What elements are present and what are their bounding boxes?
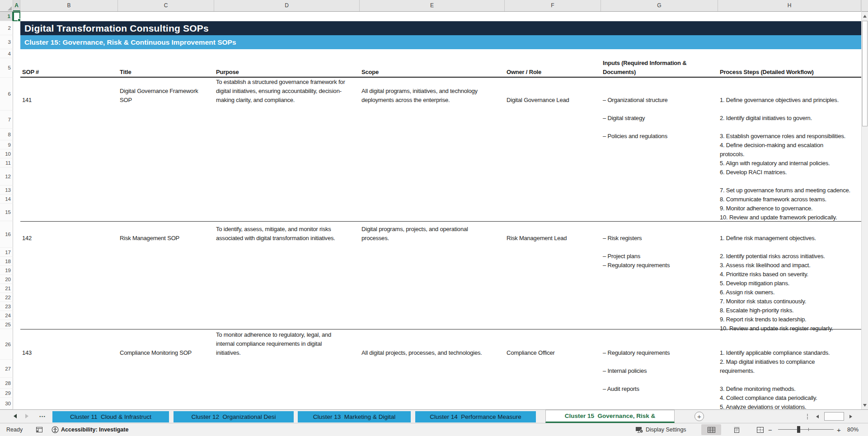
row-header-29[interactable]: 29: [0, 389, 13, 398]
row-header-19[interactable]: 19: [0, 266, 13, 275]
cell-sop[interactable]: 143: [20, 348, 76, 357]
macro-record-button[interactable]: [36, 423, 42, 436]
accessibility-status[interactable]: Accessibility: Investigate: [52, 423, 128, 436]
row-header-27[interactable]: 27: [0, 360, 13, 378]
row-header-3[interactable]: 3: [0, 35, 13, 49]
cell-inputs[interactable]: – Regulatory requirements – Internal pol…: [601, 348, 719, 394]
subtitle-banner-cell[interactable]: Cluster 15: Governance, Risk & Continuou…: [20, 35, 861, 49]
row-header-5[interactable]: 5: [0, 58, 13, 78]
zoom-in-button[interactable]: +: [837, 423, 841, 436]
hscroll-right-button[interactable]: [846, 412, 856, 421]
cell-sop[interactable]: 141: [20, 96, 76, 105]
row-header-17[interactable]: 17: [0, 248, 13, 257]
view-page-break-button[interactable]: [750, 424, 770, 435]
cell-owner[interactable]: Risk Management Lead: [505, 234, 602, 243]
vertical-scrollbar[interactable]: [861, 0, 868, 409]
header-cell-purpose[interactable]: Purpose: [214, 68, 352, 77]
row-header-9[interactable]: 9: [0, 140, 13, 149]
tab-resize-dots-icon[interactable]: [807, 414, 808, 419]
cell-purpose[interactable]: To identify, assess, mitigate, and monit…: [214, 225, 361, 243]
sheet-tab-cluster-15[interactable]: Cluster 15 Governance, Risk &: [545, 410, 675, 423]
hscroll-left-button[interactable]: [812, 412, 822, 421]
select-all-button[interactable]: [0, 0, 13, 11]
row-header-8[interactable]: 8: [0, 129, 13, 140]
header-cell-owner[interactable]: Owner / Role: [505, 68, 597, 77]
add-sheet-button[interactable]: +: [694, 412, 704, 421]
row-header-22[interactable]: 22: [0, 293, 13, 302]
cell-title[interactable]: Digital Governance Framework SOP: [118, 87, 216, 105]
row-header-24[interactable]: 24: [0, 311, 13, 320]
column-header-C[interactable]: C: [118, 0, 214, 11]
row-header-15[interactable]: 15: [0, 204, 13, 221]
column-header-H[interactable]: H: [718, 0, 861, 11]
tab-nav-left-button[interactable]: [14, 414, 17, 418]
tab-nav-right-button[interactable]: [25, 414, 28, 418]
zoom-out-button[interactable]: −: [768, 423, 772, 436]
row-header-16[interactable]: 16: [0, 221, 13, 248]
row-header-7[interactable]: 7: [0, 111, 13, 129]
scroll-down-button[interactable]: [862, 401, 868, 409]
row-header-25[interactable]: 25: [0, 320, 13, 329]
row-header-11[interactable]: 11: [0, 158, 13, 167]
view-page-layout-button[interactable]: [727, 424, 746, 435]
cell-title[interactable]: Risk Management SOP: [118, 234, 216, 243]
column-header-F[interactable]: F: [505, 0, 601, 11]
row-header-21[interactable]: 21: [0, 284, 13, 293]
sheet-tab-cluster-11[interactable]: Cluster 11 Cloud & Infrastruct: [52, 411, 169, 422]
column-header-E[interactable]: E: [360, 0, 505, 11]
column-header-G[interactable]: G: [601, 0, 718, 11]
column-header-D[interactable]: D: [214, 0, 360, 11]
row-header-28[interactable]: 28: [0, 378, 13, 389]
title-banner-cell[interactable]: Digital Transformation Consulting SOPs: [20, 21, 861, 35]
header-cell-inputs[interactable]: Inputs (Required Information & Documents…: [601, 59, 718, 77]
row-header-23[interactable]: 23: [0, 302, 13, 311]
row-header-13[interactable]: 13: [0, 186, 13, 195]
sheet-tab-cluster-14[interactable]: Cluster 14 Performance Measure: [415, 411, 536, 422]
cell-inputs[interactable]: – Risk registers – Project plans – Regul…: [601, 234, 719, 270]
cell-purpose[interactable]: To monitor adherence to regulatory, lega…: [214, 330, 361, 357]
row-header-1[interactable]: 1: [0, 12, 13, 21]
cell-steps[interactable]: 1. Define governance objectives and prin…: [718, 96, 861, 222]
zoom-slider-thumb[interactable]: [797, 426, 800, 433]
row-header-30[interactable]: 30: [0, 398, 13, 409]
row-header-14[interactable]: 14: [0, 195, 13, 204]
selected-cell-a1[interactable]: [13, 12, 20, 21]
column-header-A[interactable]: A: [13, 0, 20, 11]
row-header-20[interactable]: 20: [0, 275, 13, 284]
cell-title[interactable]: Compliance Monitoring SOP: [118, 348, 216, 357]
cell-owner[interactable]: Digital Governance Lead: [505, 96, 602, 105]
row-header-26[interactable]: 26: [0, 329, 13, 360]
cell-purpose[interactable]: To establish a structured governance fra…: [214, 78, 361, 105]
cell-steps[interactable]: 1. Identify applicable compliance standa…: [718, 348, 861, 409]
scroll-up-button[interactable]: [862, 12, 868, 20]
sheet-tab-cluster-13[interactable]: Cluster 13 Marketing & Digital: [298, 411, 411, 422]
vertical-scrollbar-thumb[interactable]: [862, 21, 868, 126]
row-header-10[interactable]: 10: [0, 149, 13, 158]
horizontal-scrollbar-thumb[interactable]: [824, 412, 844, 421]
header-cell-title[interactable]: Title: [118, 68, 210, 77]
header-cell-sop[interactable]: SOP #: [20, 68, 113, 77]
cell-sop[interactable]: 142: [20, 234, 76, 243]
cell-scope[interactable]: All digital projects, processes, and tec…: [360, 348, 506, 357]
row-header-18[interactable]: 18: [0, 257, 13, 266]
header-cell-steps[interactable]: Process Steps (Detailed Workflow): [718, 68, 861, 77]
row-header-12[interactable]: 12: [0, 167, 13, 186]
header-cell-scope[interactable]: Scope: [360, 68, 497, 77]
zoom-slider-track[interactable]: [778, 429, 834, 430]
cell-scope[interactable]: All digital programs, initiatives, and t…: [360, 87, 506, 105]
row-header-4[interactable]: 4: [0, 49, 13, 58]
sheet-tab-cluster-12[interactable]: Cluster 12 Organizational Desi: [174, 411, 294, 422]
sheet-canvas[interactable]: Digital Transformation Consulting SOPs C…: [13, 12, 861, 409]
display-settings-button[interactable]: Display Settings: [635, 423, 686, 436]
tab-list-ellipsis[interactable]: …: [39, 411, 46, 418]
zoom-level-button[interactable]: 80%: [847, 423, 859, 436]
view-normal-button[interactable]: [701, 424, 721, 435]
up-arrow-icon: [863, 15, 867, 18]
cell-owner[interactable]: Compliance Officer: [505, 348, 602, 357]
row-header-2[interactable]: 2: [0, 21, 13, 35]
cell-steps[interactable]: 1. Define risk management objectives. 2.…: [718, 234, 861, 333]
column-header-B[interactable]: B: [20, 0, 118, 11]
row-header-6[interactable]: 6: [0, 78, 13, 111]
cell-inputs[interactable]: – Organizational structure – Digital str…: [601, 96, 719, 141]
cell-scope[interactable]: Digital programs, projects, and operatio…: [360, 225, 506, 243]
